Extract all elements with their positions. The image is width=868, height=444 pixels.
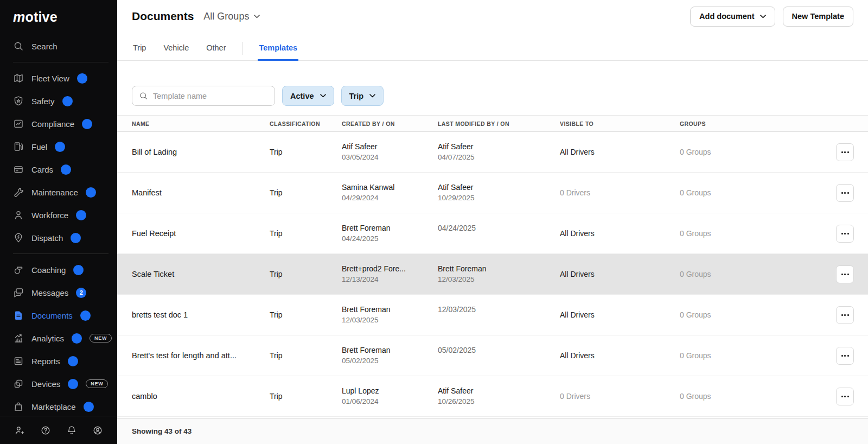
chat-icon xyxy=(13,287,24,298)
visible-to-cell: 0 Drivers xyxy=(560,188,680,197)
classification-cell: Trip xyxy=(270,310,342,319)
created-by-on-cell: Lupl Lopez 01/06/2024 xyxy=(342,386,438,407)
sidebar-item-label: Reports xyxy=(31,357,60,366)
tab-trip[interactable]: Trip xyxy=(132,43,147,61)
tab-templates[interactable]: Templates xyxy=(258,43,298,61)
sidebar-item-label: Maintenance xyxy=(31,188,78,197)
fuel-icon xyxy=(13,141,24,152)
table-row[interactable]: Scale Ticket Trip Brett+prod2 Fore... 12… xyxy=(117,254,868,295)
tab-other[interactable]: Other xyxy=(205,43,227,61)
modified-by-on-cell: Atif Safeer 04/07/2025 xyxy=(438,142,560,163)
template-name-cell: Bill of Lading xyxy=(132,148,270,156)
ellipsis-icon xyxy=(841,274,849,275)
unread-count-badge: 2 xyxy=(76,288,86,298)
sidebar-item-marketplace[interactable]: Marketplace xyxy=(0,395,117,418)
add-document-button[interactable]: Add document xyxy=(690,7,775,27)
sidebar-item-messages[interactable]: Messages 2 xyxy=(0,281,117,304)
table-row[interactable]: camblo Trip Lupl Lopez 01/06/2024 Atif S… xyxy=(117,376,868,417)
sidebar-item-analytics[interactable]: Analytics NEW xyxy=(0,327,117,350)
table-footer: Showing 43 of 43 xyxy=(117,418,868,444)
row-menu-button[interactable] xyxy=(836,306,854,324)
group-filter-dropdown[interactable]: All Groups xyxy=(203,11,260,22)
groups-cell: 0 Groups xyxy=(680,229,836,238)
sidebar-item-cards[interactable]: Cards xyxy=(0,158,117,181)
sidebar-item-maintenance[interactable]: Maintenance xyxy=(0,181,117,204)
sidebar-item-dispatch[interactable]: Dispatch xyxy=(0,226,117,249)
page-header: Documents All Groups Add document New Te… xyxy=(117,0,868,33)
report-icon xyxy=(13,356,24,366)
modified-by-on-cell: 05/02/2025 xyxy=(438,345,560,366)
group-filter-value: All Groups xyxy=(203,11,249,22)
sidebar-item-label: Safety xyxy=(31,97,55,106)
sidebar-item-workforce[interactable]: Workforce xyxy=(0,204,117,226)
table-row[interactable]: Brett's test for length and att... Trip … xyxy=(117,335,868,376)
groups-cell: 0 Groups xyxy=(680,188,836,197)
sidebar-item-label: Devices xyxy=(31,379,60,389)
sidebar-item-safety[interactable]: Safety xyxy=(0,90,117,112)
compliance-icon xyxy=(13,118,24,129)
sidebar-search-label: Search xyxy=(31,42,58,51)
page-title: Documents xyxy=(132,10,194,23)
row-menu-button[interactable] xyxy=(836,225,854,243)
sidebar-item-fleet-view[interactable]: Fleet View xyxy=(0,67,117,90)
sidebar-item-label: Analytics xyxy=(31,334,64,343)
row-menu-button[interactable] xyxy=(836,143,854,161)
template-name-cell: Fuel Receipt xyxy=(132,229,270,238)
groups-cell: 0 Groups xyxy=(680,392,836,401)
sidebar-item-label: Dispatch xyxy=(31,233,63,243)
sidebar-nav-primary: Fleet View Safety Compliance Fuel Cards … xyxy=(0,67,117,249)
new-template-button[interactable]: New Template xyxy=(783,7,853,27)
sidebar-search[interactable]: Search xyxy=(0,35,117,58)
invite-icon[interactable] xyxy=(14,425,25,436)
sidebar-item-documents[interactable]: Documents xyxy=(0,304,117,327)
ellipsis-icon xyxy=(841,192,849,194)
unread-count-badge xyxy=(68,379,78,389)
table-row[interactable]: Bill of Lading Trip Atif Safeer 03/05/20… xyxy=(117,132,868,173)
classification-cell: Trip xyxy=(270,188,342,197)
app-window: motive Search Fleet View Safety Complian… xyxy=(0,0,868,444)
tab-vehicle[interactable]: Vehicle xyxy=(162,43,190,61)
row-menu-button[interactable] xyxy=(836,265,854,283)
visible-to-cell: All Drivers xyxy=(560,148,680,156)
sidebar-item-devices[interactable]: Devices NEW xyxy=(0,372,117,395)
chevron-down-icon xyxy=(760,15,766,18)
visible-to-cell: All Drivers xyxy=(560,351,680,360)
analytics-icon xyxy=(13,333,24,344)
template-search-input[interactable] xyxy=(153,92,268,100)
classification-cell: Trip xyxy=(270,148,342,156)
sidebar-item-fuel[interactable]: Fuel xyxy=(0,135,117,158)
account-icon[interactable] xyxy=(92,425,103,436)
ellipsis-icon xyxy=(841,314,849,316)
template-name-cell: camblo xyxy=(132,392,270,401)
tab-divider xyxy=(242,42,242,55)
dispatch-pin-icon xyxy=(13,232,24,243)
row-menu-button[interactable] xyxy=(836,388,854,405)
template-name-cell: Scale Ticket xyxy=(132,270,270,278)
created-by-on-cell: Brett+prod2 Fore... 12/13/2024 xyxy=(342,264,438,285)
table-row[interactable]: bretts test doc 1 Trip Brett Foreman 12/… xyxy=(117,295,868,335)
chevron-down-icon xyxy=(254,15,260,18)
row-menu-button[interactable] xyxy=(836,184,854,202)
row-menu-button[interactable] xyxy=(836,347,854,365)
sidebar-item-coaching[interactable]: Coaching xyxy=(0,258,117,281)
bell-icon[interactable] xyxy=(66,425,77,436)
modified-by-on-cell: 04/24/2025 xyxy=(438,223,560,244)
classification-cell: Trip xyxy=(270,229,342,238)
sidebar-item-compliance[interactable]: Compliance xyxy=(0,112,117,135)
type-filter-chip[interactable]: Trip xyxy=(341,86,384,106)
chevron-down-icon xyxy=(369,94,375,98)
sidebar-item-label: Workforce xyxy=(31,211,68,220)
sidebar-item-reports[interactable]: Reports xyxy=(0,350,117,372)
document-icon xyxy=(13,310,24,321)
template-search-box[interactable] xyxy=(132,86,275,106)
table-row[interactable]: Manifest Trip Samina Kanwal 04/29/2024 A… xyxy=(117,173,868,213)
table-header: NAME CLASSIFICATION CREATED BY / ON LAST… xyxy=(117,115,868,132)
table-row[interactable]: Fuel Receipt Trip Brett Foreman 04/24/20… xyxy=(117,213,868,254)
add-document-label: Add document xyxy=(699,12,755,21)
bag-icon xyxy=(13,401,24,412)
column-header-visible-to: VISIBLE TO xyxy=(560,120,680,127)
help-icon[interactable] xyxy=(40,425,51,436)
person-icon xyxy=(13,210,24,220)
column-header-created: CREATED BY / ON xyxy=(342,120,438,127)
status-filter-chip[interactable]: Active xyxy=(282,86,334,106)
